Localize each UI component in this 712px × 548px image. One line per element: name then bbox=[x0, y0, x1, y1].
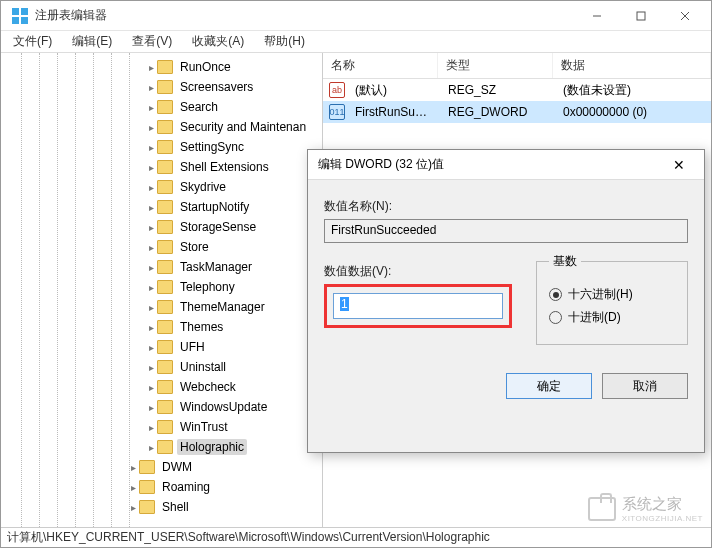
tree-item[interactable]: ▸Skydrive bbox=[5, 177, 322, 197]
ok-button[interactable]: 确定 bbox=[506, 373, 592, 399]
tree-item[interactable]: ▸Security and Maintenan bbox=[5, 117, 322, 137]
dialog-close-button[interactable]: ✕ bbox=[664, 157, 694, 173]
expand-icon[interactable]: ▸ bbox=[145, 182, 157, 193]
expand-icon[interactable]: ▸ bbox=[145, 142, 157, 153]
tree-item[interactable]: ▸Shell Extensions bbox=[5, 157, 322, 177]
tree-item-label: StorageSense bbox=[177, 219, 259, 235]
menu-view[interactable]: 查看(V) bbox=[126, 31, 178, 52]
tree-item[interactable]: ▸DWM bbox=[5, 457, 322, 477]
radio-hex[interactable]: 十六进制(H) bbox=[549, 286, 675, 303]
registry-tree[interactable]: ▸RunOnce▸Screensavers▸Search▸Security an… bbox=[1, 53, 323, 529]
expand-icon[interactable]: ▸ bbox=[127, 502, 139, 513]
expand-icon[interactable]: ▸ bbox=[127, 482, 139, 493]
minimize-button[interactable] bbox=[575, 1, 619, 31]
value-name-label: 数值名称(N): bbox=[324, 198, 688, 215]
value-data-input[interactable]: 1 bbox=[333, 293, 503, 319]
dialog-titlebar[interactable]: 编辑 DWORD (32 位)值 ✕ bbox=[308, 150, 704, 180]
tree-item-label: Shell bbox=[159, 499, 192, 515]
tree-item[interactable]: ▸Screensavers bbox=[5, 77, 322, 97]
expand-icon[interactable]: ▸ bbox=[145, 382, 157, 393]
expand-icon[interactable]: ▸ bbox=[145, 422, 157, 433]
tree-item[interactable]: ▸Telephony bbox=[5, 277, 322, 297]
tree-item[interactable]: ▸StorageSense bbox=[5, 217, 322, 237]
tree-item[interactable]: ▸WindowsUpdate bbox=[5, 397, 322, 417]
expand-icon[interactable]: ▸ bbox=[145, 162, 157, 173]
tree-item-label: Skydrive bbox=[177, 179, 229, 195]
tree-item[interactable]: ▸Store bbox=[5, 237, 322, 257]
tree-item[interactable]: ▸Roaming bbox=[5, 477, 322, 497]
tree-item-label: ThemeManager bbox=[177, 299, 268, 315]
expand-icon[interactable]: ▸ bbox=[145, 62, 157, 73]
maximize-button[interactable] bbox=[619, 1, 663, 31]
expand-icon[interactable]: ▸ bbox=[145, 262, 157, 273]
menu-favorites[interactable]: 收藏夹(A) bbox=[186, 31, 250, 52]
folder-icon bbox=[139, 480, 155, 494]
tree-item-label: RunOnce bbox=[177, 59, 234, 75]
expand-icon[interactable]: ▸ bbox=[145, 402, 157, 413]
folder-icon bbox=[157, 320, 173, 334]
folder-icon bbox=[157, 300, 173, 314]
menu-edit[interactable]: 编辑(E) bbox=[66, 31, 118, 52]
tree-item[interactable]: ▸StartupNotify bbox=[5, 197, 322, 217]
tree-item-label: Security and Maintenan bbox=[177, 119, 309, 135]
tree-item-label: DWM bbox=[159, 459, 195, 475]
expand-icon[interactable]: ▸ bbox=[145, 202, 157, 213]
folder-icon bbox=[157, 180, 173, 194]
tree-item[interactable]: ▸Holographic bbox=[5, 437, 322, 457]
expand-icon[interactable]: ▸ bbox=[145, 342, 157, 353]
tree-item-label: Store bbox=[177, 239, 212, 255]
tree-item[interactable]: ▸Search bbox=[5, 97, 322, 117]
list-row[interactable]: 011FirstRunSucce...REG_DWORD0x00000000 (… bbox=[323, 101, 711, 123]
radio-dec[interactable]: 十进制(D) bbox=[549, 309, 675, 326]
tree-item[interactable]: ▸Themes bbox=[5, 317, 322, 337]
close-button[interactable] bbox=[663, 1, 707, 31]
expand-icon[interactable]: ▸ bbox=[145, 102, 157, 113]
tree-item[interactable]: ▸SettingSync bbox=[5, 137, 322, 157]
tree-item-label: UFH bbox=[177, 339, 208, 355]
col-header-type[interactable]: 类型 bbox=[438, 53, 553, 78]
tree-item[interactable]: ▸Uninstall bbox=[5, 357, 322, 377]
tree-item[interactable]: ▸RunOnce bbox=[5, 57, 322, 77]
watermark-logo-icon bbox=[588, 497, 616, 521]
tree-item-label: Roaming bbox=[159, 479, 213, 495]
col-header-data[interactable]: 数据 bbox=[553, 53, 711, 78]
expand-icon[interactable]: ▸ bbox=[145, 302, 157, 313]
cancel-button[interactable]: 取消 bbox=[602, 373, 688, 399]
value-name-field[interactable]: FirstRunSucceeded bbox=[324, 219, 688, 243]
tree-item-label: Search bbox=[177, 99, 221, 115]
col-header-name[interactable]: 名称 bbox=[323, 53, 438, 78]
cell-data: 0x00000000 (0) bbox=[555, 103, 711, 121]
tree-item[interactable]: ▸UFH bbox=[5, 337, 322, 357]
tree-item[interactable]: ▸Webcheck bbox=[5, 377, 322, 397]
expand-icon[interactable]: ▸ bbox=[127, 462, 139, 473]
expand-icon[interactable]: ▸ bbox=[145, 222, 157, 233]
expand-icon[interactable]: ▸ bbox=[145, 242, 157, 253]
radio-hex-indicator bbox=[549, 288, 562, 301]
tree-item[interactable]: ▸ThemeManager bbox=[5, 297, 322, 317]
tree-item[interactable]: ▸Shell bbox=[5, 497, 322, 517]
tree-item[interactable]: ▸WinTrust bbox=[5, 417, 322, 437]
expand-icon[interactable]: ▸ bbox=[145, 282, 157, 293]
menu-help[interactable]: 帮助(H) bbox=[258, 31, 311, 52]
list-row[interactable]: ab(默认)REG_SZ(数值未设置) bbox=[323, 79, 711, 101]
expand-icon[interactable]: ▸ bbox=[145, 122, 157, 133]
tree-item-label: WindowsUpdate bbox=[177, 399, 270, 415]
list-header: 名称 类型 数据 bbox=[323, 53, 711, 79]
string-value-icon: ab bbox=[329, 82, 345, 98]
edit-dword-dialog: 编辑 DWORD (32 位)值 ✕ 数值名称(N): FirstRunSucc… bbox=[307, 149, 705, 453]
expand-icon[interactable]: ▸ bbox=[145, 362, 157, 373]
window-titlebar: 注册表编辑器 bbox=[1, 1, 711, 31]
value-data-highlight: 1 bbox=[324, 284, 512, 328]
expand-icon[interactable]: ▸ bbox=[145, 322, 157, 333]
tree-item-label: WinTrust bbox=[177, 419, 231, 435]
expand-icon[interactable]: ▸ bbox=[145, 82, 157, 93]
dword-value-icon: 011 bbox=[329, 104, 345, 120]
folder-icon bbox=[157, 240, 173, 254]
tree-item[interactable]: ▸TaskManager bbox=[5, 257, 322, 277]
base-legend: 基数 bbox=[549, 253, 581, 270]
svg-rect-0 bbox=[12, 8, 19, 15]
expand-icon[interactable]: ▸ bbox=[145, 442, 157, 453]
menu-file[interactable]: 文件(F) bbox=[7, 31, 58, 52]
tree-item-label: StartupNotify bbox=[177, 199, 252, 215]
window-title: 注册表编辑器 bbox=[35, 7, 575, 24]
